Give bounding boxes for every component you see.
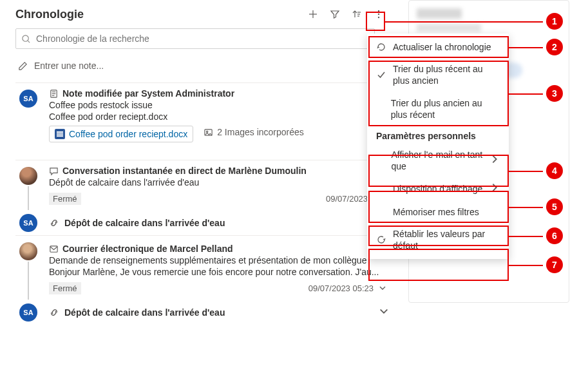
svg-point-9 <box>23 35 28 41</box>
svg-point-7 <box>378 14 379 15</box>
menu-label: Trier du plus ancien au plus récent <box>391 97 500 120</box>
avatar <box>19 242 37 260</box>
menu-remember-filters[interactable]: Mémoriser mes filtres <box>367 201 509 223</box>
avatar: SA <box>19 214 37 232</box>
timeline-item-email[interactable]: Courrier électronique de Marcel Pelland … <box>15 235 389 300</box>
menu-label: Actualiser la chronologie <box>393 41 491 53</box>
timestamp: 09/07/2023 05:23 <box>308 284 374 293</box>
avatar <box>19 167 37 185</box>
note-placeholder: Entrer une note... <box>34 61 104 71</box>
svg-line-10 <box>28 41 30 43</box>
link-icon <box>49 218 59 228</box>
note-icon <box>49 89 59 99</box>
menu-sort-desc[interactable]: Trier du plus récent au plus ancien <box>367 58 509 91</box>
refresh-icon <box>376 42 386 52</box>
item-line: Coffee pods restock issue <box>49 100 386 110</box>
menu-reset-defaults[interactable]: Rétablir les valeurs par défaut <box>367 223 509 256</box>
timeline-header: Chronologie <box>15 0 389 28</box>
note-input-wrapper[interactable]: Entrer une note... <box>15 55 389 76</box>
timeline-item-chat[interactable]: Conversation instantanée en direct de Ma… <box>15 160 389 210</box>
linked-record-title: Dépôt de calcaire dans l'arrivée d'eau <box>64 218 225 228</box>
thread-line <box>28 186 29 210</box>
item-line: Bonjour Marlène, Je vous remercie une fo… <box>49 267 386 277</box>
inline-images-indicator[interactable]: 2 Images incorporées <box>204 127 304 137</box>
menu-section-title: Paramètres personnels <box>367 126 509 144</box>
link-icon <box>49 307 59 318</box>
timeline-title: Chronologie <box>15 8 84 21</box>
overflow-menu: Actualiser la chronologie Trier du plus … <box>367 34 509 259</box>
item-line: Coffee pod order reciept.docx <box>49 111 386 122</box>
menu-label: Mémoriser mes filtres <box>393 206 479 218</box>
menu-sort-asc[interactable]: Trier du plus ancien au plus récent <box>367 92 509 126</box>
search-input[interactable] <box>36 34 369 44</box>
linked-record-row[interactable]: SA Dépôt de calcaire dans l'arrivée d'ea… <box>15 210 389 235</box>
menu-show-email-as[interactable]: Afficher l'e-mail en tant que <box>367 144 509 177</box>
linked-record-title: Dépôt de calcaire dans l'arrivée d'eau <box>64 307 225 318</box>
search-icon <box>21 34 31 44</box>
timeline-item-note[interactable]: SA Note modifiée par System Administrato… <box>15 82 389 160</box>
menu-label: Rétablir les valeurs par défaut <box>393 228 500 251</box>
more-button[interactable] <box>368 4 389 24</box>
avatar: SA <box>19 303 37 322</box>
image-icon <box>204 128 213 137</box>
svg-point-6 <box>378 10 379 12</box>
menu-label: Afficher l'e-mail en tant que <box>392 149 484 172</box>
item-line: Demande de renseignements supplémentaire… <box>49 255 386 265</box>
status-tag: Fermé <box>49 193 81 205</box>
item-title: Conversation instantanée en direct de Ma… <box>62 166 307 176</box>
timeline-panel: Chronologie Entrer une note... SA Note m… <box>0 0 399 325</box>
linked-record-row[interactable]: SA Dépôt de calcaire dans l'arrivée d'ea… <box>15 300 389 325</box>
chevron-right-icon <box>489 154 500 167</box>
status-tag: Fermé <box>49 282 81 294</box>
svg-point-8 <box>378 17 379 18</box>
sort-button[interactable] <box>346 4 367 24</box>
menu-layout[interactable]: Disposition d'affichage <box>367 177 509 200</box>
svg-rect-17 <box>50 245 57 251</box>
menu-refresh[interactable]: Actualiser la chronologie <box>367 36 509 58</box>
svg-point-16 <box>207 131 208 132</box>
add-button[interactable] <box>303 4 323 24</box>
attachment-name: Coffee pod order reciept.docx <box>69 129 187 139</box>
word-doc-icon <box>55 129 65 139</box>
item-title: Note modifiée par System Administrator <box>62 88 234 99</box>
menu-label: Disposition d'affichage <box>393 183 482 195</box>
avatar: SA <box>19 90 37 108</box>
pencil-icon <box>18 61 28 71</box>
check-icon <box>376 70 386 80</box>
search-input-wrapper[interactable] <box>15 28 375 49</box>
expand-chevron[interactable] <box>379 306 389 318</box>
filter-button[interactable] <box>325 4 345 24</box>
mail-icon <box>49 244 59 254</box>
chevron-right-icon <box>489 182 500 195</box>
expand-chevron[interactable] <box>379 284 386 294</box>
inline-images-label: 2 Images incorporées <box>217 127 304 137</box>
chat-icon <box>49 166 59 176</box>
thread-line <box>28 262 29 300</box>
item-line: Dépôt de calcaire dans l'arrivée d'eau <box>49 177 386 188</box>
reset-icon <box>376 235 386 245</box>
menu-label: Trier du plus récent au plus ancien <box>393 63 500 86</box>
item-title: Courrier électronique de Marcel Pelland <box>62 244 233 254</box>
attachment-chip[interactable]: Coffee pod order reciept.docx <box>49 126 193 142</box>
